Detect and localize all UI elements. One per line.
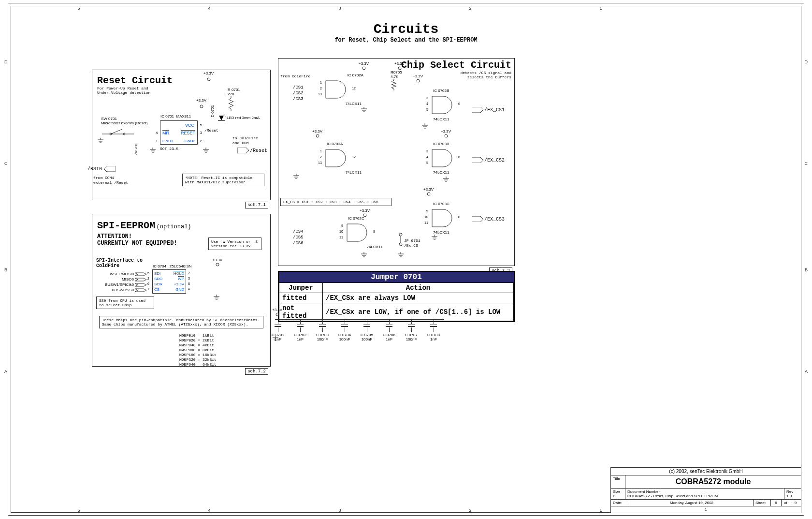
gnd-icon bbox=[431, 235, 438, 241]
iface-lbl2: ColdFire bbox=[96, 263, 119, 268]
docnum-lbl: Document Number bbox=[627, 489, 660, 494]
capacitor: C 0705100nF bbox=[357, 318, 377, 341]
jumper-table-title: Jumper 0701 bbox=[279, 272, 514, 282]
row-tick: B bbox=[805, 267, 808, 272]
col-tick: 5 bbox=[74, 6, 84, 11]
switch-block: SW 0701 Microtaster 6x6mm (Reset) bbox=[101, 117, 147, 137]
iface-lbl1: SPI-Interface to bbox=[96, 258, 143, 263]
svg-marker-11 bbox=[104, 166, 116, 172]
ic-max811: IC 0701 MAX811 VCC MR RESET GND1 GND2 5 … bbox=[160, 120, 198, 145]
ic-eeprom: IC 0704 25LC640ISN SDI SDO SClk CS HOLD … bbox=[152, 269, 186, 294]
gnd-icon bbox=[293, 174, 300, 180]
vcc-label: +3.3V bbox=[359, 61, 369, 72]
of-lbl: of bbox=[782, 500, 790, 506]
vcc-label: +3.3V bbox=[423, 187, 434, 197]
capacitor: C 07061nF bbox=[379, 318, 399, 341]
vcc-label: +3.3V bbox=[272, 308, 282, 318]
and-gate: 3 4 5 6 IC 0702B 74LCX11 bbox=[431, 95, 455, 115]
rst0-src1: from CON1 bbox=[93, 176, 114, 180]
compat-note: These chips are pin-compatible. Manufact… bbox=[99, 316, 263, 328]
col-tick: 2 bbox=[465, 6, 475, 11]
eeprom-left-nets: WSEL/MOSI0 MISO0 BUSW1/SPICIk0 BUSW0/SS0 bbox=[96, 271, 134, 293]
capacitor: C 0707100nF bbox=[402, 318, 421, 341]
row-tick: C bbox=[805, 161, 808, 166]
rst0-vert: /RST0 bbox=[134, 144, 138, 155]
gnd-icon bbox=[397, 252, 404, 259]
copyright: (c) 2002, senTec Elektronik GmbH bbox=[611, 468, 801, 475]
chipsel-heading: Chip Select Circuit bbox=[401, 59, 511, 71]
svg-marker-45 bbox=[472, 216, 483, 222]
out-note1: to ColdFire bbox=[232, 136, 258, 140]
eeprom-pinno-right: 7 3 8 4 bbox=[188, 270, 190, 292]
col-tick: 1 bbox=[596, 508, 606, 513]
svg-point-34 bbox=[398, 67, 401, 70]
net-reset-out: /Reset bbox=[237, 148, 267, 153]
vcc-label: +3.3V bbox=[212, 258, 222, 268]
row-tick: C bbox=[4, 161, 8, 166]
eeprom-left-ports bbox=[135, 271, 146, 296]
gnd-icon bbox=[213, 295, 220, 301]
svg-point-0 bbox=[200, 105, 203, 108]
net-excs2: /EX_CS2 bbox=[472, 157, 505, 163]
board-title: COBRA5272 module bbox=[625, 475, 801, 488]
chipselect-box: Chip Select Circuit detects /CS signal a… bbox=[278, 58, 515, 266]
capacitor: C 07081nF bbox=[424, 318, 443, 341]
cap-bank: +3.3V C 07011nF C 07021nF C 0703100nF C … bbox=[278, 310, 457, 363]
schematic-tag: sch.7.1 bbox=[245, 202, 268, 208]
capacitor: C 0703100nF bbox=[313, 318, 332, 341]
title-lbl: Title bbox=[611, 475, 625, 488]
svg-marker-25 bbox=[135, 278, 146, 281]
action-cell: /EX_CSx are always LOW bbox=[323, 293, 514, 303]
svg-point-74 bbox=[276, 313, 279, 316]
svg-marker-6 bbox=[219, 116, 224, 120]
rev-val: 1.0 bbox=[786, 494, 792, 498]
reset-circuit-box: Reset Circuit For Power-Up Reset and Und… bbox=[92, 70, 271, 200]
jumper-jp0701 bbox=[398, 233, 403, 247]
svg-point-28 bbox=[216, 263, 219, 266]
page-title: Circuits bbox=[334, 22, 477, 37]
jp-net: /Ex_CS bbox=[404, 243, 418, 248]
svg-point-1 bbox=[207, 78, 210, 81]
gnd-icon bbox=[361, 252, 367, 259]
action-col-hdr: Action bbox=[323, 283, 514, 293]
svg-point-33 bbox=[362, 67, 365, 70]
gnd-icon bbox=[361, 107, 367, 114]
col-tick: 4 bbox=[204, 508, 214, 513]
vcc-label: +3.3V bbox=[203, 71, 214, 75]
cs-nets-a: /CS1 /CS2 /CS3 bbox=[293, 85, 304, 102]
compat-note: *NOTE: Reset-IC is compatible with MAX81… bbox=[182, 174, 264, 186]
col-tick: 1 bbox=[596, 6, 606, 11]
cs-nets-b: /CS4 /CS5 /CS6 bbox=[293, 229, 304, 246]
gnd-icon bbox=[421, 123, 428, 130]
jp-ref: JP 0701 bbox=[404, 238, 420, 243]
eeprom-box: SPI-EEPROM (optional) ATTENTION! CURRENT… bbox=[92, 214, 271, 367]
reset-heading: Reset Circuit bbox=[97, 75, 265, 86]
eeprom-optional: (optional) bbox=[157, 223, 191, 230]
svg-marker-43 bbox=[472, 107, 483, 113]
svg-marker-44 bbox=[472, 157, 483, 163]
page-title-block: Circuits for Reset, Chip Select and the … bbox=[334, 22, 477, 44]
svg-marker-24 bbox=[135, 273, 146, 276]
row-tick: B bbox=[4, 267, 7, 272]
svg-line-9 bbox=[225, 115, 226, 118]
col-tick: 2 bbox=[465, 508, 475, 513]
sheet-lbl: Sheet bbox=[754, 500, 771, 506]
svg-point-40 bbox=[399, 233, 402, 236]
resistor-r0705: R0705 4.7K bbox=[391, 70, 402, 91]
capacitor: C 07021nF bbox=[290, 318, 310, 341]
gnd-icon bbox=[443, 177, 450, 183]
svg-marker-26 bbox=[135, 283, 146, 286]
from-coldfire: from ColdFire bbox=[280, 74, 310, 78]
eeprom-pinno-left: 5 2 6 1 bbox=[147, 270, 149, 292]
svg-point-42 bbox=[399, 243, 402, 246]
svg-line-8 bbox=[224, 115, 226, 116]
gnd-icon bbox=[97, 138, 104, 145]
row-tick: D bbox=[805, 59, 808, 64]
net-excs1: /EX_CS1 bbox=[472, 107, 505, 113]
gnd-icon bbox=[149, 148, 156, 154]
page-subtitle: for Reset, Chip Select and the SPI-EEPRO… bbox=[334, 37, 477, 44]
row-tick: A bbox=[805, 369, 808, 374]
rev-lbl: Rev bbox=[786, 489, 793, 494]
diode-ref: D 0701 bbox=[210, 105, 215, 118]
and-gate: 3 4 5 6 IC 0703B 74LCX11 bbox=[431, 148, 455, 168]
